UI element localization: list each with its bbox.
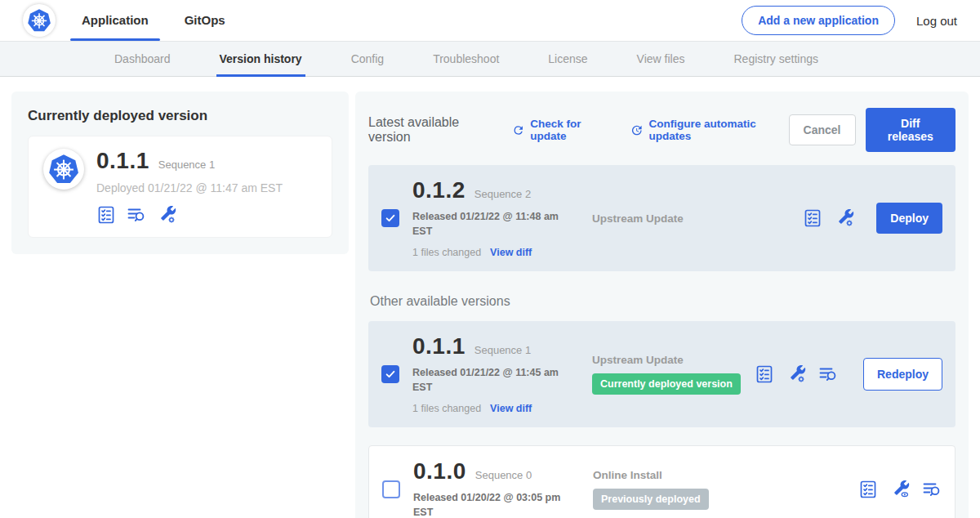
currently-deployed-badge: Currently deployed version xyxy=(592,373,741,395)
released-timestamp: Released 01/21/22 @ 11:48 am EST xyxy=(412,209,576,239)
preflight-checklist-icon[interactable] xyxy=(858,480,878,499)
version-number: 0.1.2 xyxy=(412,178,466,203)
subnav-tab-troubleshoot[interactable]: Troubleshoot xyxy=(433,42,499,76)
files-changed-label: 1 files changed xyxy=(412,403,481,414)
version-source-label: Online Install xyxy=(593,469,858,481)
latest-available-title: Latest available version xyxy=(368,115,494,145)
deploy-button[interactable]: Deploy xyxy=(876,203,942,234)
version-number: 0.1.1 xyxy=(412,334,466,359)
subnav-tab-view-files[interactable]: View files xyxy=(637,42,685,76)
clock-refresh-icon xyxy=(630,123,644,137)
redeploy-button[interactable]: Redeploy xyxy=(863,358,942,391)
version-checkbox[interactable] xyxy=(381,209,399,227)
version-source-label: Upstream Update xyxy=(592,212,803,225)
deployed-version-card: 0.1.1 Sequence 1 Deployed 01/21/22 @ 11:… xyxy=(28,136,332,238)
version-row-0-1-1: 0.1.1 Sequence 1 Released 01/21/22 @ 11:… xyxy=(368,321,956,427)
version-checkbox[interactable] xyxy=(382,480,400,498)
sequence-label: Sequence 0 xyxy=(475,469,532,481)
tab-gitops[interactable]: GitOps xyxy=(185,0,225,41)
cancel-button[interactable]: Cancel xyxy=(789,114,856,145)
refresh-icon xyxy=(512,123,525,137)
deploy-logs-icon[interactable] xyxy=(127,205,146,225)
files-changed-label: 1 files changed xyxy=(412,247,481,258)
deploy-logs-icon[interactable] xyxy=(922,480,942,499)
view-config-wrench-eye-icon[interactable] xyxy=(890,480,910,499)
subnav-tab-dashboard[interactable]: Dashboard xyxy=(114,42,171,76)
version-row-0-1-2: 0.1.2 Sequence 2 Released 01/21/22 @ 11:… xyxy=(368,165,956,271)
diff-releases-button[interactable]: Diff releases xyxy=(866,108,956,152)
app-sub-nav: Dashboard Version history Config Trouble… xyxy=(0,41,980,77)
subnav-tab-version-history[interactable]: Version history xyxy=(220,42,302,76)
subnav-tab-license[interactable]: License xyxy=(548,42,587,76)
log-out-link[interactable]: Log out xyxy=(916,14,957,28)
subnav-tab-config[interactable]: Config xyxy=(351,42,384,76)
deployed-timestamp: Deployed 01/21/22 @ 11:47 am EST xyxy=(96,181,283,194)
sequence-label: Sequence 2 xyxy=(474,188,531,200)
deployed-sequence-label: Sequence 1 xyxy=(158,159,215,171)
version-history-panel: Latest available version Check for updat… xyxy=(355,92,969,518)
version-number: 0.1.0 xyxy=(413,459,466,485)
kubernetes-logo-icon xyxy=(23,4,56,37)
currently-deployed-card: Currently deployed version 0.1.1 Sequenc… xyxy=(11,92,349,254)
version-source-label: Upstream Update xyxy=(592,354,755,366)
top-nav: Application GitOps Add a new application… xyxy=(0,0,980,41)
version-row-0-1-0: 0.1.0 Sequence 0 Released 01/20/22 @ 03:… xyxy=(368,445,956,518)
main-content: Currently deployed version 0.1.1 Sequenc… xyxy=(0,77,980,518)
view-diff-link[interactable]: View diff xyxy=(490,403,532,414)
previously-deployed-badge: Previously deployed xyxy=(593,489,709,510)
preflight-checklist-icon[interactable] xyxy=(803,208,822,228)
deployed-version-number: 0.1.1 xyxy=(96,149,149,174)
edit-config-wrench-gear-icon[interactable] xyxy=(786,364,806,384)
app-kubernetes-icon xyxy=(43,149,84,190)
check-for-update-link[interactable]: Check for update xyxy=(512,118,612,142)
currently-deployed-title: Currently deployed version xyxy=(28,108,332,124)
edit-config-wrench-gear-icon[interactable] xyxy=(835,208,854,228)
other-available-versions-title: Other available versions xyxy=(370,294,956,309)
preflight-checklist-icon[interactable] xyxy=(96,205,116,225)
configure-automatic-updates-link[interactable]: Configure automatic updates xyxy=(630,118,789,142)
released-timestamp: Released 01/21/22 @ 11:45 am EST xyxy=(412,365,576,395)
tab-application[interactable]: Application xyxy=(82,0,149,41)
version-checkbox[interactable] xyxy=(381,365,399,383)
deploy-logs-icon[interactable] xyxy=(818,364,838,384)
edit-config-wrench-gear-icon[interactable] xyxy=(157,205,176,225)
panel-header: Latest available version Check for updat… xyxy=(368,108,956,152)
sequence-label: Sequence 1 xyxy=(474,344,531,356)
add-new-application-button[interactable]: Add a new application xyxy=(742,6,895,35)
released-timestamp: Released 01/20/22 @ 03:05 pm EST xyxy=(413,490,577,518)
view-diff-link[interactable]: View diff xyxy=(490,247,532,258)
preflight-checklist-icon[interactable] xyxy=(755,364,774,384)
subnav-tab-registry-settings[interactable]: Registry settings xyxy=(733,42,817,76)
